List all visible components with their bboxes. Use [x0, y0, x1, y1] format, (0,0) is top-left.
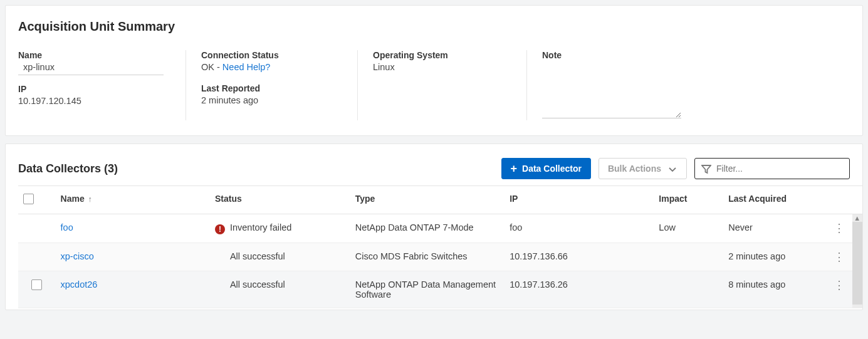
data-collectors-card: Data Collectors (3) + Data Collector Bul… — [5, 143, 863, 310]
row-status: All successful — [230, 251, 285, 261]
collectors-table: Name ↑ Status Type IP Impact Last Acquir… — [18, 185, 862, 308]
row-checkbox[interactable] — [31, 279, 42, 290]
collectors-header-row: Name ↑ Status Type IP Impact Last Acquir… — [18, 186, 862, 214]
summary-col-os: Operating System Linux — [373, 50, 527, 120]
table-row: foo!Inventory failedNetApp Data ONTAP 7-… — [18, 214, 862, 243]
row-type: NetApp Data ONTAP 7-Mode — [350, 214, 505, 243]
row-name-link[interactable]: xpcdot26 — [61, 279, 98, 289]
select-all-checkbox[interactable] — [23, 194, 34, 204]
row-ip: foo — [505, 214, 654, 243]
acquisition-unit-summary-card: Acquisition Unit Summary Name xp-linux I… — [5, 5, 863, 136]
connection-status-label: Connection Status — [201, 50, 342, 60]
os-label: Operating System — [373, 50, 511, 60]
error-icon: ! — [215, 224, 225, 234]
row-type: Cisco MDS Fabric Switches — [350, 243, 505, 271]
name-value: xp-linux — [23, 62, 55, 72]
header-last-acquired[interactable]: Last Acquired — [723, 186, 826, 214]
note-textarea[interactable] — [542, 65, 681, 118]
row-last-acquired: 8 minutes ago — [723, 271, 826, 308]
row-last-acquired: Never — [723, 214, 826, 243]
name-input[interactable]: xp-linux — [18, 62, 164, 75]
bulk-actions-label: Bulk Actions — [608, 164, 661, 174]
filter-input[interactable] — [716, 164, 843, 174]
row-name-link[interactable]: foo — [61, 222, 73, 232]
summary-col-note: Note — [542, 50, 850, 120]
need-help-link[interactable]: Need Help? — [222, 62, 271, 72]
name-label: Name — [18, 50, 170, 60]
plus-icon: + — [511, 163, 518, 174]
connection-status-sep: - — [214, 62, 222, 72]
note-label: Note — [542, 50, 681, 60]
collectors-title: Data Collectors (3) — [18, 162, 501, 175]
table-row: xpcdot26All successfulNetApp ONTAP Data … — [18, 271, 862, 308]
row-last-acquired: 2 minutes ago — [723, 243, 826, 271]
sort-asc-icon: ↑ — [88, 194, 93, 204]
scroll-up-icon[interactable]: ▲ — [852, 214, 862, 222]
row-impact — [654, 271, 723, 308]
row-actions-menu[interactable]: ⋮ — [834, 222, 845, 234]
row-ip: 10.197.136.26 — [505, 271, 654, 308]
caret-down-icon — [667, 163, 677, 174]
row-name-link[interactable]: xp-cisco — [61, 251, 94, 261]
connection-status-value: OK - Need Help? — [201, 62, 342, 72]
header-impact[interactable]: Impact — [654, 186, 723, 214]
row-status: All successful — [230, 279, 285, 289]
add-data-collector-label: Data Collector — [522, 164, 582, 174]
header-name[interactable]: Name ↑ — [56, 186, 210, 214]
header-status[interactable]: Status — [210, 186, 350, 214]
os-value: Linux — [373, 62, 511, 72]
row-actions-menu[interactable]: ⋮ — [834, 251, 845, 263]
row-status: Inventory failed — [230, 222, 291, 232]
ip-label: IP — [18, 84, 170, 94]
header-ip[interactable]: IP — [505, 186, 654, 214]
summary-title: Acquisition Unit Summary — [18, 19, 850, 34]
summary-col-connection: Connection Status OK - Need Help? Last R… — [201, 50, 358, 120]
collectors-toolbar: Data Collectors (3) + Data Collector Bul… — [18, 158, 862, 179]
connection-status-ok: OK — [201, 62, 214, 72]
header-type[interactable]: Type — [350, 186, 505, 214]
row-ip: 10.197.136.66 — [505, 243, 654, 271]
ip-value: 10.197.120.145 — [18, 96, 170, 106]
table-row: xp-ciscoAll successfulCisco MDS Fabric S… — [18, 243, 862, 271]
filter-box[interactable] — [694, 158, 850, 179]
scrollbar[interactable] — [852, 222, 862, 305]
last-reported-label: Last Reported — [201, 83, 342, 93]
summary-row: Name xp-linux IP 10.197.120.145 Connecti… — [18, 50, 850, 120]
row-impact: Low — [654, 214, 723, 243]
last-reported-value: 2 minutes ago — [201, 95, 342, 105]
add-data-collector-button[interactable]: + Data Collector — [501, 158, 591, 179]
row-impact — [654, 243, 723, 271]
summary-col-name-ip: Name xp-linux IP 10.197.120.145 — [18, 50, 186, 120]
row-type: NetApp ONTAP Data Management Software — [350, 271, 505, 308]
bulk-actions-button[interactable]: Bulk Actions — [599, 158, 687, 179]
row-actions-menu[interactable]: ⋮ — [834, 279, 845, 291]
filter-icon — [701, 163, 711, 174]
